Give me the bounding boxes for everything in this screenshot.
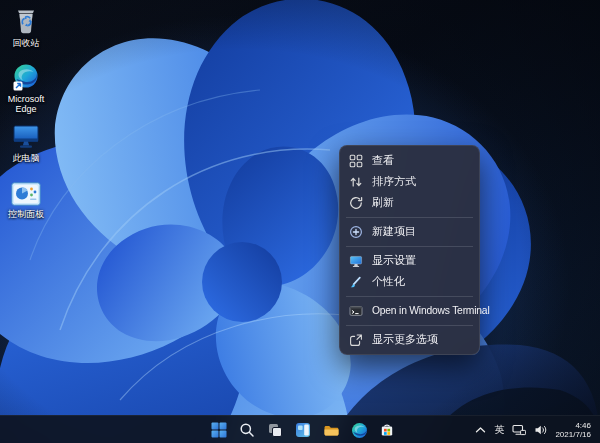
store-button[interactable] <box>375 418 399 442</box>
menu-separator <box>346 246 473 247</box>
desktop-icon-this-pc[interactable]: 此电脑 <box>2 120 50 163</box>
desktop-icon-control-panel[interactable]: 控制面板 <box>2 176 50 219</box>
menu-item-label: 新建项目 <box>372 224 416 239</box>
desktop-icon-recycle-bin[interactable]: 回收站 <box>2 5 50 48</box>
menu-item-label: 显示设置 <box>372 253 416 268</box>
start-button[interactable] <box>207 418 231 442</box>
menu-item-sort-by[interactable]: 排序方式 <box>344 171 475 192</box>
refresh-icon <box>349 196 363 210</box>
widgets-icon <box>295 422 311 438</box>
menu-item-personalize[interactable]: 个性化 <box>344 271 475 292</box>
search-icon <box>239 422 255 438</box>
taskbar-center-icons <box>207 416 399 443</box>
menu-item-label: 刷新 <box>372 195 394 210</box>
language-indicator[interactable]: 英 <box>494 425 504 435</box>
menu-item-show-more-options[interactable]: 显示更多选项 <box>344 329 475 350</box>
network-button[interactable] <box>512 424 526 436</box>
network-icon <box>512 424 526 436</box>
volume-icon <box>534 424 547 436</box>
clock-time: 4:46 <box>555 421 591 431</box>
clock-date: 2021/7/16 <box>555 430 591 440</box>
new-item-icon <box>349 225 363 239</box>
menu-item-new[interactable]: 新建项目 <box>344 221 475 242</box>
view-icon <box>349 154 363 168</box>
desktop-icon-label: 回收站 <box>13 38 40 48</box>
start-icon <box>211 422 227 438</box>
menu-item-label: 个性化 <box>372 274 405 289</box>
desktop-icon-label: Microsoft Edge <box>2 94 50 114</box>
desktop-icon-label: 此电脑 <box>13 153 40 163</box>
volume-button[interactable] <box>534 424 547 436</box>
file-explorer-icon <box>323 422 340 438</box>
show-more-options-icon <box>349 333 363 347</box>
desktop-context-menu: 查看 排序方式 刷新 <box>339 145 480 355</box>
taskbar-clock[interactable]: 4:46 2021/7/16 <box>555 421 591 440</box>
taskbar-system-tray: 英 4:46 2021/7/16 <box>475 416 591 443</box>
store-icon <box>379 422 395 438</box>
personalize-icon <box>349 275 363 289</box>
menu-separator <box>346 296 473 297</box>
chevron-up-icon <box>475 425 486 435</box>
terminal-icon <box>349 304 363 318</box>
sort-icon <box>349 175 363 189</box>
menu-item-label: Open in Windows Terminal <box>372 305 489 316</box>
menu-separator <box>346 325 473 326</box>
edge-icon <box>12 61 40 91</box>
file-explorer-button[interactable] <box>319 418 343 442</box>
menu-item-open-windows-terminal[interactable]: Open in Windows Terminal <box>344 300 475 321</box>
widgets-button[interactable] <box>291 418 315 442</box>
taskbar: 英 4:46 2021/7/16 <box>0 415 600 443</box>
recycle-bin-icon <box>12 5 40 35</box>
desktop[interactable]: 回收站 Microsoft Edge <box>0 0 600 443</box>
edge-button[interactable] <box>347 418 371 442</box>
menu-item-display-settings[interactable]: 显示设置 <box>344 250 475 271</box>
menu-item-label: 显示更多选项 <box>372 332 438 347</box>
menu-item-label: 排序方式 <box>372 174 416 189</box>
search-button[interactable] <box>235 418 259 442</box>
desktop-icon-microsoft-edge[interactable]: Microsoft Edge <box>2 61 50 114</box>
menu-item-label: 查看 <box>372 153 394 168</box>
control-panel-icon <box>11 176 41 206</box>
tray-chevron-button[interactable] <box>475 425 486 435</box>
menu-item-refresh[interactable]: 刷新 <box>344 192 475 213</box>
menu-item-view[interactable]: 查看 <box>344 150 475 171</box>
desktop-icon-label: 控制面板 <box>8 209 44 219</box>
edge-icon <box>351 422 368 439</box>
task-view-icon <box>267 422 283 438</box>
display-settings-icon <box>349 254 363 268</box>
task-view-button[interactable] <box>263 418 287 442</box>
wallpaper-bloom <box>0 0 600 443</box>
menu-separator <box>346 217 473 218</box>
this-pc-icon <box>12 120 40 150</box>
